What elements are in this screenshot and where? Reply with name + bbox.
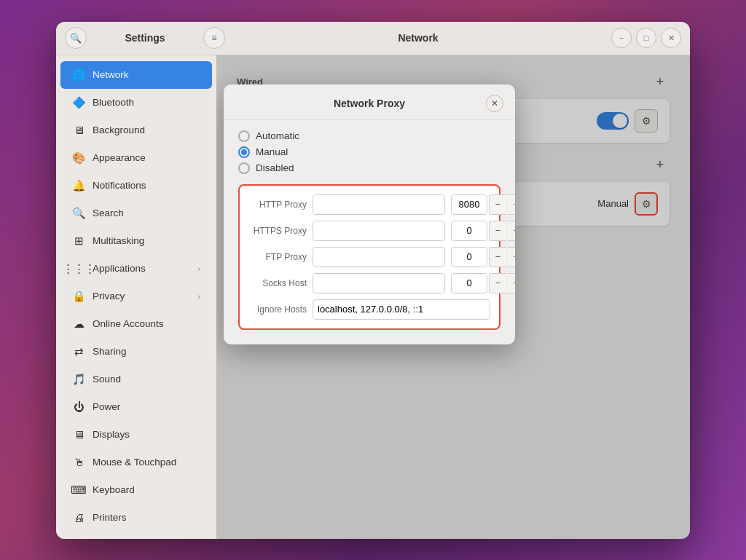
automatic-radio-label: Automatic [256,130,299,141]
sidebar-item-applications[interactable]: ⋮⋮⋮Applications› [60,255,212,283]
dialog-overlay: Network Proxy ✕ Automatic [216,55,690,539]
socks-port-area: − + [451,273,515,293]
socks-proxy-label: Socks Host [248,278,307,288]
sidebar-item-sharing[interactable]: ⇄Sharing [60,338,212,366]
sidebar-bluetooth-icon: 🔷 [72,96,85,109]
socks-port-increment[interactable]: + [508,273,515,293]
dialog-close-button[interactable]: ✕ [486,95,503,112]
https-proxy-label: HTTPS Proxy [248,226,307,236]
titlebar-search-button[interactable]: 🔍 [65,27,87,49]
sidebar-appearance-label: Appearance [93,152,200,163]
ftp-proxy-row: FTP Proxy − + [248,247,490,267]
socks-port-input[interactable] [451,273,487,293]
close-button[interactable]: ✕ [661,28,681,48]
ftp-proxy-input[interactable] [313,247,445,267]
sidebar-network-label: Network [93,69,200,80]
http-port-decrement[interactable]: − [489,194,506,215]
manual-radio-dot [241,149,247,155]
https-port-decrement[interactable]: − [489,221,506,241]
proxy-disabled-option[interactable]: Disabled [238,162,500,174]
disabled-radio-label: Disabled [256,162,294,173]
https-proxy-input[interactable] [313,221,445,241]
sidebar-online-accounts-icon: ☁ [72,318,85,331]
ignore-hosts-input[interactable] [313,299,490,320]
sidebar-item-displays[interactable]: 🖥Displays [60,421,212,449]
http-proxy-label: HTTP Proxy [248,200,307,210]
sidebar-notifications-icon: 🔔 [72,179,85,192]
minimize-button[interactable]: − [611,28,632,48]
sidebar-item-printers[interactable]: 🖨Printers [60,504,212,532]
sidebar: 🌐Network🔷Bluetooth🖥Background🎨Appearance… [56,55,216,539]
sidebar-item-multitasking[interactable]: ⊞Multitasking [60,227,212,255]
manual-radio-label: Manual [256,146,288,157]
sidebar-mouse-touchpad-label: Mouse & Touchpad [93,457,200,468]
http-port-area: − + [451,194,515,215]
sidebar-sound-label: Sound [93,374,200,384]
sidebar-mouse-touchpad-icon: 🖱 [72,456,85,469]
socks-port-decrement[interactable]: − [489,273,506,293]
sidebar-item-appearance[interactable]: 🎨Appearance [60,144,212,172]
content: 🌐Network🔷Bluetooth🖥Background🎨Appearance… [56,55,690,539]
https-proxy-row: HTTPS Proxy − + [248,221,490,241]
minimize-icon: − [619,33,624,42]
sidebar-online-accounts-label: Online Accounts [93,318,200,329]
sidebar-power-label: Power [93,401,200,412]
maximize-button[interactable]: □ [636,28,656,48]
ftp-port-area: − + [451,247,515,267]
ftp-port-decrement[interactable]: − [489,247,506,267]
sidebar-keyboard-icon: ⌨ [72,484,85,497]
sidebar-item-online-accounts[interactable]: ☁Online Accounts [60,310,212,338]
ftp-port-increment[interactable]: + [508,247,515,267]
socks-proxy-input[interactable] [313,273,445,293]
titlebar-left: 🔍 Settings ≡ [65,27,225,49]
titlebar: 🔍 Settings ≡ Network − □ ✕ [56,22,690,55]
dialog-close-icon: ✕ [491,98,498,109]
sidebar-sharing-label: Sharing [93,346,200,357]
https-port-area: − + [451,221,515,241]
sidebar-item-privacy[interactable]: 🔒Privacy› [60,283,212,310]
sidebar-item-sound[interactable]: 🎵Sound [60,366,212,393]
http-port-increment[interactable]: + [508,194,515,215]
http-proxy-input[interactable] [313,194,445,215]
disabled-radio-circle [238,162,250,174]
window-controls: − □ ✕ [611,28,681,48]
proxy-manual-option[interactable]: Manual [238,146,500,158]
sidebar-applications-icon: ⋮⋮⋮ [72,262,85,275]
ftp-port-input[interactable] [451,247,487,267]
sidebar-notifications-label: Notifications [93,180,200,191]
sidebar-item-background[interactable]: 🖥Background [60,117,212,144]
sidebar-item-bluetooth[interactable]: 🔷Bluetooth [60,89,212,117]
proxy-radio-group: Automatic Manual Disabled [238,130,500,174]
sidebar-privacy-chevron: › [197,292,200,301]
sidebar-item-keyboard[interactable]: ⌨Keyboard [60,476,212,504]
dialog-body: Automatic Manual Disabled [224,120,515,344]
settings-window: 🔍 Settings ≡ Network − □ ✕ 🌐Network🔷Blue… [56,22,690,539]
http-port-input[interactable] [451,194,487,215]
search-icon: 🔍 [70,33,82,44]
sidebar-displays-label: Displays [93,429,200,440]
sidebar-background-label: Background [93,125,200,135]
sidebar-network-icon: 🌐 [72,68,85,82]
sidebar-item-power[interactable]: ⏻Power [60,393,212,421]
titlebar-menu-button[interactable]: ≡ [203,27,225,49]
https-port-input[interactable] [451,221,487,241]
proxy-fields-box: HTTP Proxy − + HTTPS Proxy [238,184,500,330]
sidebar-appearance-icon: 🎨 [72,151,85,165]
sidebar-applications-label: Applications [93,263,190,274]
sidebar-item-search[interactable]: 🔍Search [60,200,212,227]
sidebar-privacy-icon: 🔒 [72,290,85,303]
ftp-proxy-label: FTP Proxy [248,252,307,262]
sidebar-multitasking-label: Multitasking [93,235,200,246]
proxy-automatic-option[interactable]: Automatic [238,130,500,142]
sidebar-item-mouse-touchpad[interactable]: 🖱Mouse & Touchpad [60,449,212,476]
sidebar-item-notifications[interactable]: 🔔Notifications [60,172,212,200]
main-content: Wired + Connected - 1000 Mb/s ⚙ [216,55,690,539]
automatic-radio-circle [238,130,250,142]
sidebar-item-network[interactable]: 🌐Network [60,61,212,89]
manual-radio-circle [238,146,250,158]
dialog-titlebar: Network Proxy ✕ [224,84,515,120]
http-proxy-row: HTTP Proxy − + [248,194,490,215]
socks-proxy-row: Socks Host − + [248,273,490,293]
https-port-increment[interactable]: + [508,221,515,241]
ignore-hosts-label: Ignore Hosts [248,304,307,315]
